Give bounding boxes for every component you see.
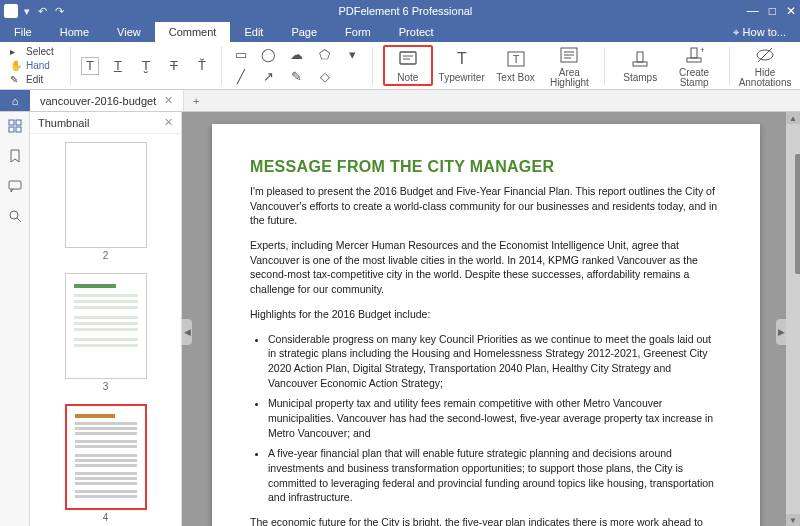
thumbnails-panel-button[interactable] xyxy=(7,118,23,134)
shape-tools: ▭ ◯ ☁ ⬠ ▾ ╱ ↗ ✎ ◇ xyxy=(232,46,362,86)
howto-button[interactable]: ⌖ How to... xyxy=(719,22,800,42)
menu-protect[interactable]: Protect xyxy=(385,22,448,42)
svg-rect-0 xyxy=(400,52,416,64)
close-button[interactable]: ✕ xyxy=(786,4,796,18)
line-icon[interactable]: ╱ xyxy=(232,68,250,86)
howto-label: How to... xyxy=(743,26,786,38)
prev-page-button[interactable]: ◀ xyxy=(182,319,192,345)
textbox-icon: T xyxy=(505,48,527,70)
qat-redo-icon[interactable]: ↷ xyxy=(55,5,64,18)
svg-rect-13 xyxy=(691,48,697,58)
thumbnail-page-number: 2 xyxy=(65,248,147,269)
separator xyxy=(372,47,373,85)
insert-caret-icon[interactable]: Ť xyxy=(193,57,211,75)
svg-text:T: T xyxy=(457,50,467,67)
area-highlight-icon xyxy=(558,44,580,66)
page-bullet: Municipal property tax and utility fees … xyxy=(268,396,722,440)
menu-home[interactable]: Home xyxy=(46,22,103,42)
minimize-button[interactable]: — xyxy=(747,4,759,18)
thumbnail-list[interactable]: 2 3 4 xyxy=(30,134,181,526)
svg-text:T: T xyxy=(512,53,519,65)
thumbnail-panel: Thumbnail ✕ 2 3 xyxy=(30,112,182,526)
page-bullet-list: Considerable progress on many key Counci… xyxy=(268,332,722,506)
qat-undo-icon[interactable]: ↶ xyxy=(38,5,47,18)
app-title: PDFelement 6 Professional xyxy=(64,5,747,17)
qat-save-icon[interactable]: ▾ xyxy=(24,5,30,18)
typewriter-tool[interactable]: T Typewriter xyxy=(437,48,487,83)
bookmarks-panel-button[interactable] xyxy=(7,148,23,164)
thumbnail-panel-title: Thumbnail xyxy=(38,117,89,129)
scroll-thumb[interactable] xyxy=(795,154,800,274)
hand-mode[interactable]: ✋Hand xyxy=(10,60,60,72)
left-sidebar xyxy=(0,112,30,526)
svg-rect-18 xyxy=(16,120,21,125)
document-viewer[interactable]: ◀ ▶ MESSAGE FROM THE CITY MANAGER I'm pl… xyxy=(182,112,800,526)
page-paragraph: I'm pleased to present the 2016 Budget a… xyxy=(250,184,722,228)
thumbnail-page-number: 4 xyxy=(65,510,147,526)
stamp-icon xyxy=(629,48,651,70)
thumbnail-page-number: 3 xyxy=(65,379,147,400)
thumbnail-page[interactable]: 3 xyxy=(65,273,147,400)
menu-form[interactable]: Form xyxy=(331,22,385,42)
select-mode-group: ▸Select ✋Hand ✎Edit xyxy=(10,46,60,86)
next-page-button[interactable]: ▶ xyxy=(776,319,786,345)
scroll-down-icon[interactable]: ▼ xyxy=(786,514,800,526)
note-label: Note xyxy=(397,72,418,83)
scroll-up-icon[interactable]: ▲ xyxy=(786,112,800,124)
main-area: Thumbnail ✕ 2 3 xyxy=(0,112,800,526)
typewriter-label: Typewriter xyxy=(439,72,485,83)
create-stamp-tool[interactable]: + Create Stamp xyxy=(669,44,719,88)
stamps-tool[interactable]: Stamps xyxy=(615,48,665,83)
menu-comment[interactable]: Comment xyxy=(155,22,231,42)
hide-annotations-tool[interactable]: Hide Annotations xyxy=(740,44,790,88)
menu-view[interactable]: View xyxy=(103,22,155,42)
text-style-tools: T T T̮ T Ť xyxy=(81,57,211,75)
vertical-scrollbar[interactable]: ▲ ▼ xyxy=(786,112,800,526)
menu-page[interactable]: Page xyxy=(277,22,331,42)
app-logo xyxy=(4,4,18,18)
strikethrough-icon[interactable]: T xyxy=(165,57,183,75)
separator xyxy=(70,47,71,85)
page-bullet: A five-year financial plan that will ena… xyxy=(268,446,722,505)
home-tab-button[interactable]: ⌂ xyxy=(0,90,30,111)
menu-edit[interactable]: Edit xyxy=(230,22,277,42)
tabstrip: ⌂ vancouver-2016-budget ✕ + xyxy=(0,90,800,112)
page-heading: MESSAGE FROM THE CITY MANAGER xyxy=(250,158,722,176)
edit-mode[interactable]: ✎Edit xyxy=(10,74,60,86)
maximize-button[interactable]: □ xyxy=(769,4,776,18)
new-tab-button[interactable]: + xyxy=(184,90,208,111)
eraser-icon[interactable]: ◇ xyxy=(316,68,334,86)
menu-file[interactable]: File xyxy=(0,22,46,42)
titlebar: ▾ ↶ ↷ PDFelement 6 Professional — □ ✕ xyxy=(0,0,800,22)
svg-rect-17 xyxy=(9,120,14,125)
search-panel-button[interactable] xyxy=(7,208,23,224)
hide-annotations-label: Hide Annotations xyxy=(739,68,792,88)
thumbnail-page[interactable]: 2 xyxy=(65,142,147,269)
typewriter-icon: T xyxy=(451,48,473,70)
select-mode[interactable]: ▸Select xyxy=(10,46,60,58)
page-bullet: Considerable progress on many key Counci… xyxy=(268,332,722,391)
comments-panel-button[interactable] xyxy=(7,178,23,194)
textbox-label: Text Box xyxy=(496,72,534,83)
underline-text-icon[interactable]: T xyxy=(109,57,127,75)
location-icon: ⌖ xyxy=(733,26,739,39)
area-highlight-tool[interactable]: Area Highlight xyxy=(544,44,594,88)
page-paragraph: Experts, including Mercer Human Resource… xyxy=(250,238,722,297)
tab-close-icon[interactable]: ✕ xyxy=(164,94,173,107)
arrow-icon[interactable]: ↗ xyxy=(260,68,278,86)
chevron-down-icon[interactable]: ▾ xyxy=(344,46,362,64)
pencil-icon[interactable]: ✎ xyxy=(288,68,306,86)
edit-icon: ✎ xyxy=(10,74,22,86)
textbox-tool[interactable]: T Text Box xyxy=(491,48,541,83)
highlight-text-icon[interactable]: T xyxy=(81,57,99,75)
document-tab[interactable]: vancouver-2016-budget ✕ xyxy=(30,90,184,111)
caret-icon[interactable]: T̮ xyxy=(137,57,155,75)
cloud-icon[interactable]: ☁ xyxy=(288,46,306,64)
note-tool[interactable]: Note xyxy=(383,45,433,86)
thumbnail-panel-close[interactable]: ✕ xyxy=(164,116,173,129)
oval-icon[interactable]: ◯ xyxy=(260,46,278,64)
thumbnail-page[interactable]: 4 xyxy=(65,404,147,526)
polygon-icon[interactable]: ⬠ xyxy=(316,46,334,64)
note-icon xyxy=(397,48,419,70)
rectangle-icon[interactable]: ▭ xyxy=(232,46,250,64)
